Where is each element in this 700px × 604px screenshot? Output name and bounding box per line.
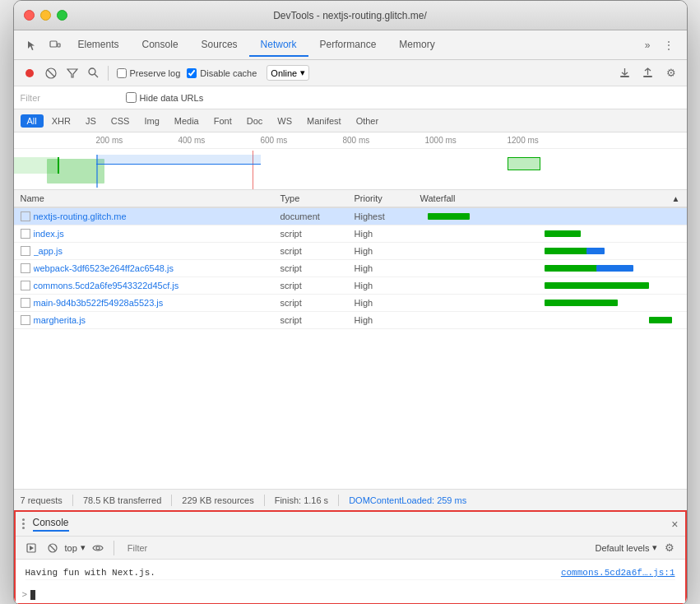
tab-performance[interactable]: Performance: [308, 34, 388, 57]
console-cursor: [30, 590, 35, 600]
row-priority-1: High: [355, 229, 420, 239]
svg-rect-0: [50, 41, 57, 47]
table-row[interactable]: index.js script High: [14, 225, 687, 243]
maximize-button[interactable]: [57, 10, 67, 21]
console-input-row: >: [16, 587, 685, 603]
close-console-button[interactable]: ×: [671, 518, 678, 531]
tab-elements[interactable]: Elements: [67, 34, 131, 57]
preserve-log-checkbox[interactable]: [117, 68, 127, 78]
type-btn-css[interactable]: CSS: [104, 114, 137, 128]
resources-label: 229 KB resources: [182, 495, 253, 505]
wf-bar-green-5: [545, 300, 617, 306]
table-row[interactable]: nextjs-routing.glitch.me document Highes…: [14, 208, 687, 225]
type-btn-js[interactable]: JS: [79, 114, 103, 128]
filter-icon-button[interactable]: [63, 64, 81, 82]
ruler-mark-600: 600 ms: [261, 136, 288, 145]
disable-cache-label: Disable cache: [200, 68, 257, 78]
console-log-source[interactable]: commons.5cd2a6f….js:1: [561, 568, 675, 578]
throttle-select[interactable]: Online ▾: [267, 65, 309, 81]
console-filter-input[interactable]: [127, 543, 586, 553]
type-btn-font[interactable]: Font: [207, 114, 239, 128]
hide-urls-label: Hide data URLs: [140, 93, 204, 103]
table-header: Name Type Priority Waterfall ▲: [14, 190, 687, 208]
settings-button[interactable]: ⚙: [662, 64, 680, 82]
timeline-area: 200 ms 400 ms 600 ms 800 ms 1000 ms 1200…: [14, 132, 687, 190]
type-btn-manifest[interactable]: Manifest: [300, 114, 348, 128]
tab-console[interactable]: Console: [131, 34, 190, 57]
default-levels-label: Default levels: [595, 543, 649, 553]
disable-cache-group: Disable cache: [187, 68, 257, 78]
drag-handle[interactable]: [22, 518, 25, 529]
import-button[interactable]: [616, 64, 634, 82]
context-selector[interactable]: top ▾: [65, 542, 86, 553]
row-type-5: script: [280, 298, 355, 308]
row-priority-4: High: [355, 281, 420, 290]
devtools-body: Elements Console Sources Network Perform…: [14, 30, 687, 604]
console-eye-button[interactable]: [89, 539, 107, 557]
header-type[interactable]: Type: [280, 193, 355, 203]
console-panel: Console × top: [14, 510, 687, 604]
devtools-menu-button[interactable]: ⋮: [657, 36, 680, 54]
search-button[interactable]: [85, 64, 103, 82]
row-priority-0: Highest: [355, 211, 420, 221]
default-levels-selector[interactable]: Default levels ▾: [595, 542, 656, 553]
type-btn-doc[interactable]: Doc: [240, 114, 270, 128]
type-btn-img[interactable]: Img: [137, 114, 165, 128]
cursor-icon[interactable]: [21, 34, 44, 57]
header-waterfall[interactable]: Waterfall ▲: [420, 193, 680, 203]
console-clear-button[interactable]: [44, 539, 62, 557]
tab-network[interactable]: Network: [249, 34, 308, 57]
console-settings-button[interactable]: ⚙: [661, 539, 679, 557]
more-tabs-button[interactable]: »: [638, 36, 657, 54]
clear-button[interactable]: [42, 64, 60, 82]
hide-urls-checkbox[interactable]: [126, 92, 137, 103]
svg-rect-7: [620, 76, 629, 77]
device-icon[interactable]: [44, 34, 67, 57]
wf-bar-green-3: [545, 265, 602, 272]
row-priority-6: High: [355, 315, 420, 325]
header-name[interactable]: Name: [21, 193, 280, 203]
levels-chevron-icon: ▾: [652, 542, 657, 553]
export-button[interactable]: [639, 64, 657, 82]
filter-input-placeholder[interactable]: Filter: [21, 93, 119, 103]
row-name-text-4: commons.5cd2a6fe9543322d45cf.js: [34, 281, 179, 290]
svg-point-2: [25, 69, 34, 77]
ruler-mark-1200: 1200 ms: [508, 136, 539, 145]
table-row[interactable]: webpack-3df6523e264ff2ac6548.js script H…: [14, 260, 687, 277]
type-btn-ws[interactable]: WS: [271, 114, 299, 128]
type-btn-other[interactable]: Other: [350, 114, 386, 128]
svg-point-13: [96, 546, 100, 550]
tab-sources[interactable]: Sources: [190, 34, 249, 57]
record-button[interactable]: [21, 64, 39, 82]
row-type-2: script: [280, 246, 355, 256]
table-row[interactable]: margherita.js script High: [14, 312, 687, 329]
type-btn-xhr[interactable]: XHR: [45, 114, 77, 128]
console-header: Console ×: [16, 512, 685, 537]
row-name-1: index.js: [21, 229, 280, 239]
network-toolbar: Preserve log Disable cache Online ▾: [14, 60, 687, 86]
row-type-6: script: [280, 315, 355, 325]
console-run-button[interactable]: [22, 539, 40, 557]
row-name-text-6: margherita.js: [34, 315, 86, 325]
minimize-button[interactable]: [40, 10, 51, 21]
timeline-ruler: 200 ms 400 ms 600 ms 800 ms 1000 ms 1200…: [14, 132, 687, 149]
wf-bar-blue-3: [596, 265, 633, 272]
type-btn-all[interactable]: All: [21, 114, 44, 128]
type-btn-media[interactable]: Media: [168, 114, 206, 128]
row-type-1: script: [280, 229, 355, 239]
row-name-text-3: webpack-3df6523e264ff2ac6548.js: [34, 263, 174, 273]
row-name-2: _app.js: [21, 246, 280, 256]
disable-cache-checkbox[interactable]: [187, 68, 197, 78]
toolbar-right: ⚙: [616, 64, 680, 82]
row-waterfall-0: [420, 211, 680, 222]
tab-memory[interactable]: Memory: [387, 34, 446, 57]
table-row[interactable]: _app.js script High: [14, 243, 687, 260]
status-bar: 7 requests 78.5 KB transferred 229 KB re…: [14, 489, 687, 510]
table-row[interactable]: commons.5cd2a6fe9543322d45cf.js script H…: [14, 277, 687, 295]
header-priority[interactable]: Priority: [355, 193, 420, 203]
console-title: Console: [33, 517, 69, 532]
chevron-down-icon: ▾: [300, 67, 305, 78]
drag-dot-1: [22, 518, 25, 521]
close-button[interactable]: [24, 10, 35, 21]
table-row[interactable]: main-9d4b3b522f54928a5523.js script High: [14, 295, 687, 312]
